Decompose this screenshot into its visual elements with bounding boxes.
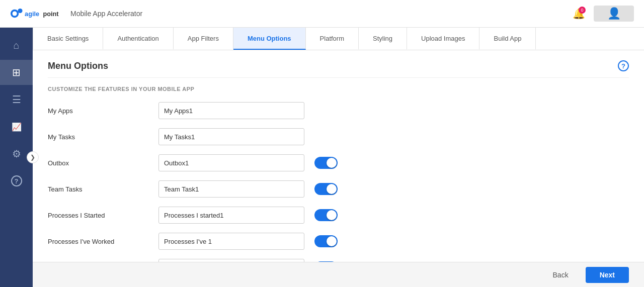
input-delegations[interactable] <box>158 259 304 262</box>
avatar-image: 👤 <box>607 7 621 20</box>
toggle-processes-started-thumb <box>327 210 337 220</box>
toggle-processes-worked[interactable] <box>314 235 338 247</box>
svg-point-1 <box>13 11 17 16</box>
svg-point-2 <box>18 9 22 13</box>
sidebar-toggle-button[interactable]: ❯ <box>27 151 39 163</box>
back-button[interactable]: Back <box>542 267 580 283</box>
svg-text:agile: agile <box>25 10 39 18</box>
toggle-team-tasks-track <box>314 183 338 195</box>
label-outbox: Outbox <box>48 159 148 167</box>
settings-icon: ⚙ <box>12 148 21 160</box>
form-row-outbox: Outbox <box>48 154 629 171</box>
form-row-processes-started: Processes I Started <box>48 207 629 224</box>
page-content: Menu Options ? CUSTOMIZE THE FEATURES IN… <box>33 50 644 262</box>
section-subtitle: CUSTOMIZE THE FEATURES IN YOUR MOBILE AP… <box>48 86 629 92</box>
label-processes-worked: Processes I've Worked <box>48 238 148 245</box>
toggle-team-tasks-thumb <box>327 184 337 194</box>
label-my-tasks: My Tasks <box>48 133 148 141</box>
toggle-processes-worked-track <box>314 235 338 247</box>
tab-build-app[interactable]: Build App <box>479 28 536 50</box>
toggle-outbox[interactable] <box>314 157 338 169</box>
sidebar: ⌂ ⊞ ☰ 📈 ⚙ ? ❯ <box>0 28 33 287</box>
label-processes-started: Processes I Started <box>48 212 148 219</box>
form-row-team-tasks: Team Tasks <box>48 180 629 198</box>
notification-badge: 0 <box>579 7 586 14</box>
toggle-processes-worked-thumb <box>327 236 337 246</box>
page-help-icon[interactable]: ? <box>618 60 629 71</box>
svg-text:point: point <box>43 10 59 18</box>
toggle-processes-started[interactable] <box>314 209 338 221</box>
sidebar-item-apps[interactable]: ☰ <box>0 87 33 112</box>
notification-button[interactable]: 🔔 0 <box>572 7 586 21</box>
tab-bar: Basic Settings Authentication App Filter… <box>33 28 644 50</box>
toggle-processes-started-track <box>314 209 338 221</box>
main-layout: ⌂ ⊞ ☰ 📈 ⚙ ? ❯ Basic Settings Authenticat… <box>0 28 644 287</box>
input-team-tasks[interactable] <box>158 180 304 198</box>
tab-app-filters[interactable]: App Filters <box>174 28 233 50</box>
tab-styling[interactable]: Styling <box>359 28 407 50</box>
form-row-processes-worked: Processes I've Worked <box>48 233 629 250</box>
help-icon: ? <box>11 175 22 186</box>
logo-area: agile point Mobile App Accelerator <box>10 6 142 22</box>
app-title: Mobile App Accelerator <box>70 10 142 18</box>
page-title: Menu Options <box>48 61 108 71</box>
header-right: 🔔 0 👤 <box>572 6 634 22</box>
form-row-my-apps: My Apps <box>48 102 629 119</box>
sidebar-item-dashboard[interactable]: ⊞ <box>0 60 33 85</box>
page-header: Menu Options ? <box>48 60 629 78</box>
tab-basic-settings[interactable]: Basic Settings <box>33 28 103 50</box>
form-row-delegations: Delegations <box>48 259 629 262</box>
content-area: Basic Settings Authentication App Filter… <box>33 28 644 287</box>
user-avatar[interactable]: 👤 <box>594 6 634 22</box>
form-row-my-tasks: My Tasks <box>48 128 629 145</box>
analytics-icon: 📈 <box>12 122 22 132</box>
bottom-bar: Back Next <box>33 262 644 287</box>
home-icon: ⌂ <box>13 40 19 51</box>
toggle-delegations-track <box>314 261 338 262</box>
agilepoint-logo: agile point <box>10 6 60 22</box>
toggle-delegations[interactable] <box>314 261 338 262</box>
tab-menu-options[interactable]: Menu Options <box>233 28 306 50</box>
apps-icon: ☰ <box>12 93 21 106</box>
tab-upload-images[interactable]: Upload Images <box>407 28 479 50</box>
input-outbox[interactable] <box>158 154 304 171</box>
tab-platform[interactable]: Platform <box>306 28 359 50</box>
input-processes-worked[interactable] <box>158 233 304 250</box>
dashboard-icon: ⊞ <box>12 66 21 78</box>
label-my-apps: My Apps <box>48 107 148 115</box>
input-my-apps[interactable] <box>158 102 304 119</box>
toggle-outbox-thumb <box>327 158 337 168</box>
app-header: agile point Mobile App Accelerator 🔔 0 👤 <box>0 0 644 28</box>
sidebar-item-analytics[interactable]: 📈 <box>0 114 33 139</box>
input-processes-started[interactable] <box>158 207 304 224</box>
toggle-team-tasks[interactable] <box>314 183 338 195</box>
input-my-tasks[interactable] <box>158 128 304 145</box>
next-button[interactable]: Next <box>586 267 629 283</box>
tab-authentication[interactable]: Authentication <box>103 28 173 50</box>
sidebar-item-home[interactable]: ⌂ <box>0 33 33 58</box>
sidebar-item-help[interactable]: ? <box>0 168 33 194</box>
label-team-tasks: Team Tasks <box>48 185 148 193</box>
toggle-outbox-track <box>314 157 338 169</box>
